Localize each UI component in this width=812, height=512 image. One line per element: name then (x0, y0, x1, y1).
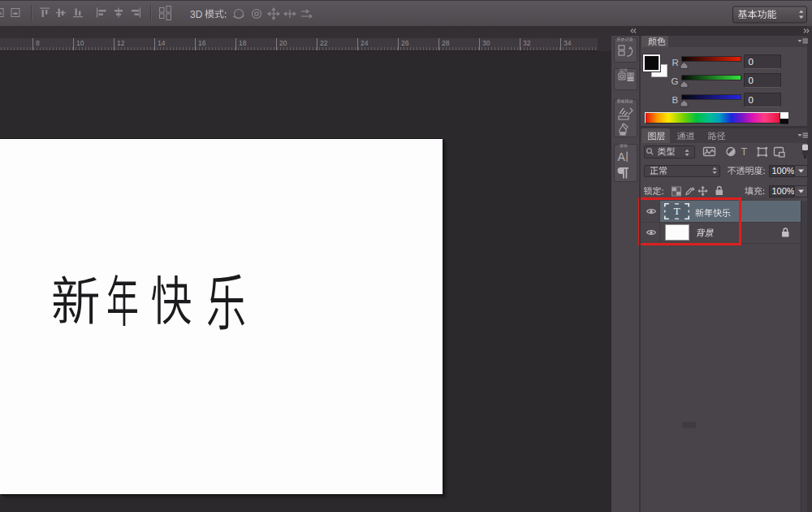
svg-text:3D: 3D (190, 9, 203, 20)
svg-text:A: A (618, 150, 626, 163)
svg-text:T: T (741, 146, 748, 158)
